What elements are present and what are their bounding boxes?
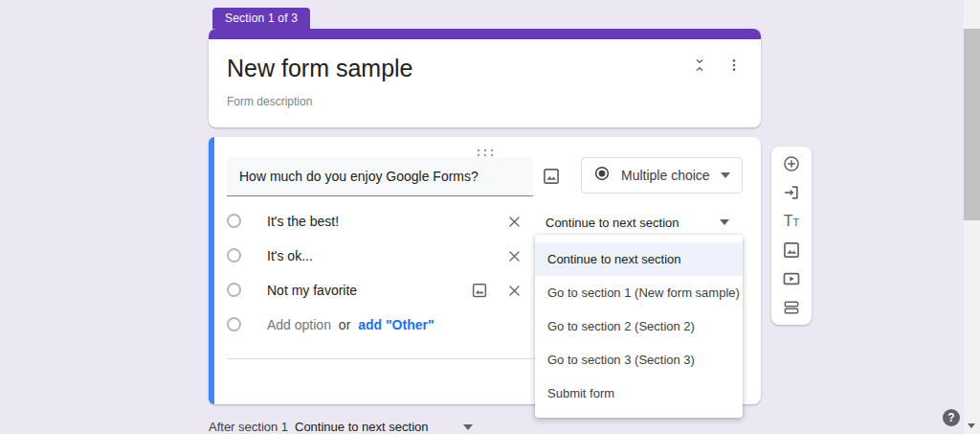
menu-item-go-to-section-2[interactable]: Go to section 2 (Section 2) bbox=[535, 309, 743, 343]
import-questions-button[interactable] bbox=[780, 181, 803, 204]
goto-section-value: Continue to next section bbox=[546, 216, 679, 230]
chevron-down-icon bbox=[721, 172, 730, 178]
remove-option-button[interactable] bbox=[504, 212, 523, 231]
radio-outline-icon bbox=[227, 283, 241, 297]
option-add-image-button[interactable] bbox=[469, 280, 490, 301]
section-color-strip bbox=[209, 29, 761, 39]
goto-section-dropdown[interactable]: Continue to next section bbox=[546, 211, 737, 234]
add-title-description-button[interactable]: TT bbox=[780, 210, 803, 233]
form-description-input[interactable]: Form description bbox=[227, 95, 312, 108]
add-question-button[interactable] bbox=[780, 152, 803, 175]
question-type-value: Multiple choice bbox=[621, 168, 710, 183]
chevron-down-icon bbox=[720, 219, 729, 225]
close-icon bbox=[507, 249, 522, 263]
scrollbar-thumb[interactable] bbox=[964, 29, 980, 220]
image-icon bbox=[542, 167, 561, 189]
question-type-select[interactable]: Multiple choice bbox=[581, 157, 743, 194]
form-title-input[interactable]: New form sample bbox=[227, 55, 413, 82]
add-image-button[interactable] bbox=[780, 239, 803, 262]
insert-toolbar: TT bbox=[771, 147, 812, 325]
option-row: It's the best! bbox=[227, 210, 543, 233]
form-title-card: New form sample Form description bbox=[209, 29, 761, 127]
add-option-button[interactable]: Add option bbox=[267, 317, 331, 332]
question-title-text: How much do you enjoy Google Forms? bbox=[239, 169, 479, 184]
close-icon bbox=[507, 284, 522, 298]
add-circle-icon bbox=[782, 154, 801, 173]
vertical-scrollbar[interactable] bbox=[964, 0, 980, 434]
radio-outline-icon bbox=[227, 317, 241, 331]
option-label[interactable]: It's the best! bbox=[267, 214, 339, 229]
remove-option-button[interactable] bbox=[504, 281, 523, 300]
help-button[interactable]: ? bbox=[943, 409, 960, 426]
remove-option-button[interactable] bbox=[504, 246, 523, 265]
menu-item-go-to-section-3[interactable]: Go to section 3 (Section 3) bbox=[535, 343, 743, 377]
radio-filled-icon bbox=[593, 165, 611, 186]
option-row: It's ok... bbox=[227, 244, 543, 267]
goto-section-menu: Continue to next section Go to section 1… bbox=[535, 235, 743, 418]
collapse-section-button[interactable] bbox=[688, 55, 711, 78]
radio-outline-icon bbox=[227, 248, 241, 263]
section-badge: Section 1 of 3 bbox=[212, 8, 310, 29]
question-add-image-button[interactable] bbox=[540, 166, 563, 189]
google-forms-editor: Section 1 of 3 New form sample Form desc… bbox=[0, 0, 980, 434]
add-option-row: Add option or add "Other" bbox=[227, 313, 543, 336]
add-option-controls: Add option or add "Other" bbox=[267, 317, 434, 332]
add-section-button[interactable] bbox=[780, 296, 803, 319]
question-title-input[interactable]: How much do you enjoy Google Forms? bbox=[227, 157, 533, 196]
add-section-icon bbox=[782, 298, 801, 317]
after-section-dropdown[interactable]: Continue to next section bbox=[295, 419, 477, 434]
video-icon bbox=[782, 269, 801, 288]
more-options-button[interactable] bbox=[723, 55, 746, 78]
option-row: Not my favorite bbox=[227, 279, 543, 302]
add-video-button[interactable] bbox=[780, 267, 803, 290]
option-label[interactable]: Not my favorite bbox=[267, 283, 357, 298]
menu-item-go-to-section-1[interactable]: Go to section 1 (New form sample) bbox=[535, 276, 743, 309]
radio-outline-icon bbox=[227, 214, 241, 228]
close-icon bbox=[507, 215, 522, 229]
unfold-less-icon bbox=[692, 57, 707, 77]
add-option-or-text: or bbox=[339, 317, 350, 332]
text-fields-icon: TT bbox=[784, 214, 800, 229]
image-icon bbox=[471, 282, 488, 299]
kebab-menu-icon bbox=[726, 57, 742, 77]
menu-item-continue[interactable]: Continue to next section bbox=[535, 242, 743, 276]
active-question-accent bbox=[209, 137, 214, 404]
scrollbar-down-arrow-icon[interactable] bbox=[968, 423, 975, 428]
chevron-down-icon bbox=[463, 424, 473, 430]
add-other-link[interactable]: add "Other" bbox=[358, 317, 434, 332]
image-icon bbox=[782, 240, 801, 260]
after-section-label: After section 1 bbox=[209, 420, 288, 434]
menu-item-submit-form[interactable]: Submit form bbox=[535, 377, 743, 410]
option-label[interactable]: It's ok... bbox=[267, 248, 313, 263]
import-questions-icon bbox=[782, 183, 801, 202]
after-section-value: Continue to next section bbox=[295, 420, 428, 434]
